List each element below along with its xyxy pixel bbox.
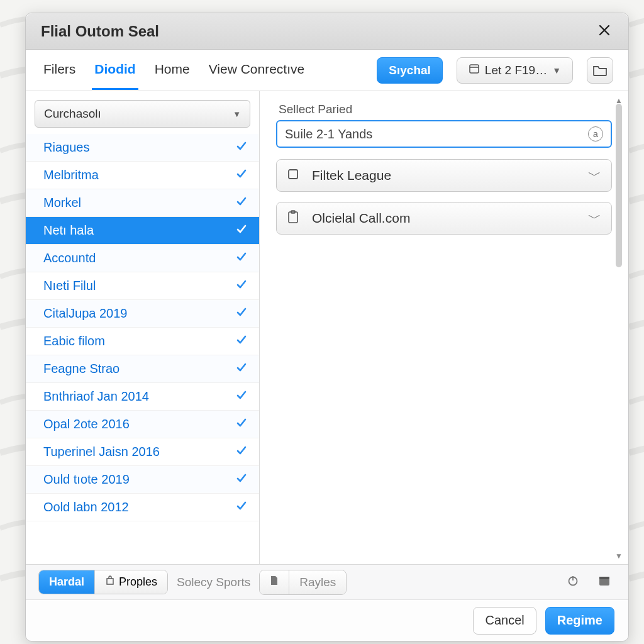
file-icon xyxy=(270,575,279,589)
folder-icon xyxy=(593,65,607,76)
scrollbar[interactable]: ▲ ▼ xyxy=(617,95,626,560)
list-item[interactable]: Accountd xyxy=(26,245,259,272)
chevron-down-icon: ﹀ xyxy=(588,167,601,184)
svg-rect-0 xyxy=(470,65,479,73)
tab-view-conrective[interactable]: View Conrectıve xyxy=(206,50,308,90)
list-item-label: Ould tıote 2019 xyxy=(43,472,130,487)
segment-1: Hardal Proples xyxy=(38,570,168,594)
list-item-label: Riagues xyxy=(43,140,89,155)
close-icon xyxy=(598,24,611,36)
list-item-label: Feagne Strao xyxy=(43,362,119,376)
list-item[interactable]: Eabic filom xyxy=(26,328,259,355)
dialog-titlebar: Flial Outom Seal xyxy=(26,13,628,50)
select-paried-label: Sellect Paried xyxy=(279,103,612,116)
check-icon xyxy=(235,472,248,487)
check-icon xyxy=(235,361,248,377)
list-item-label: Opal 2ote 2016 xyxy=(43,417,130,431)
list-item-label: Melbritma xyxy=(43,168,99,182)
check-icon xyxy=(235,306,248,321)
power-icon xyxy=(567,574,579,587)
list-item-label: Netı hala xyxy=(43,223,94,238)
list-item-label: Accountd xyxy=(43,251,96,265)
rayles-segment[interactable]: Rayles xyxy=(289,570,346,594)
sidebar: Curchasolı ▼ RiaguesMelbritmaMorkelNetı … xyxy=(26,91,260,564)
list-item[interactable]: Ould tıote 2019 xyxy=(26,466,259,494)
list-item-label: Morkel xyxy=(43,196,81,210)
dialog-title: Flial Outom Seal xyxy=(41,23,159,40)
rayles-label: Rayles xyxy=(299,575,336,589)
tab-filers[interactable]: Filers xyxy=(41,50,78,90)
check-icon xyxy=(235,250,248,266)
list-item[interactable]: CitalJupa 2019 xyxy=(26,300,259,328)
toolbar: Filers Diodid Home View Conrectıve Sıych… xyxy=(26,50,628,91)
file-segment[interactable] xyxy=(260,570,289,594)
list-item[interactable]: Feagne Strao xyxy=(26,355,259,383)
chevron-down-icon: ﹀ xyxy=(588,209,601,227)
chevron-down-icon: ▼ xyxy=(552,65,561,75)
square-icon xyxy=(287,168,302,184)
list-item[interactable]: Oold labn 2012 xyxy=(26,494,259,521)
category-dropdown[interactable]: Curchasolı ▼ xyxy=(35,100,250,128)
list-item[interactable]: Nıeti Filul xyxy=(26,272,259,300)
scroll-thumb[interactable] xyxy=(616,104,622,267)
search-input[interactable] xyxy=(285,127,588,142)
dialog-actions: Cancel Regime xyxy=(26,599,628,641)
check-icon xyxy=(235,167,248,183)
list-item-label: Eabic filom xyxy=(43,334,105,348)
check-icon xyxy=(235,389,248,404)
at-icon: a xyxy=(588,126,603,142)
list-item-label: CitalJupa 2019 xyxy=(43,306,127,321)
regime-button[interactable]: Regime xyxy=(545,607,614,635)
svg-rect-6 xyxy=(599,577,609,579)
olcielal-call-picker[interactable]: Olcielal Call.com ﹀ xyxy=(276,202,612,235)
list-item[interactable]: Tuperinel Jaisn 2016 xyxy=(26,438,259,466)
check-icon xyxy=(235,416,248,432)
check-icon xyxy=(235,223,248,238)
check-icon xyxy=(235,499,248,515)
chevron-down-icon: ▼ xyxy=(233,109,241,119)
cancel-button[interactable]: Cancel xyxy=(473,607,536,635)
list-item[interactable]: Morkel xyxy=(26,189,259,217)
list-item-label: Nıeti Filul xyxy=(43,279,96,293)
calendar-footer-button[interactable] xyxy=(593,571,616,594)
picker-label: Olcielal Call.com xyxy=(312,211,578,226)
clipboard-icon xyxy=(287,210,302,227)
list-item[interactable]: Bnthriaof Jan 2014 xyxy=(26,383,259,411)
date-range-label: Let 2 F19… xyxy=(485,64,547,77)
power-button[interactable] xyxy=(562,571,584,594)
filtek-league-picker[interactable]: Filtek League ﹀ xyxy=(276,159,612,192)
list-item[interactable]: Netı hala xyxy=(26,217,259,245)
calendar-icon xyxy=(469,63,480,77)
proples-label: Proples xyxy=(119,575,157,589)
search-field[interactable]: a xyxy=(276,120,612,148)
footer-toolbar: Hardal Proples Solecy Sports Rayles xyxy=(26,564,628,599)
sidebar-list[interactable]: RiaguesMelbritmaMorkelNetı halaAccountdN… xyxy=(26,134,259,564)
proples-segment[interactable]: Proples xyxy=(94,570,167,594)
tab-home[interactable]: Home xyxy=(152,50,192,90)
check-icon xyxy=(235,444,248,460)
solecy-sports-label: Solecy Sports xyxy=(177,575,250,589)
bag-icon xyxy=(105,575,115,589)
list-item-label: Tuperinel Jaisn 2016 xyxy=(43,445,160,459)
list-item[interactable]: Opal 2ote 2016 xyxy=(26,411,259,438)
list-item-label: Bnthriaof Jan 2014 xyxy=(43,389,149,404)
scroll-down-icon[interactable]: ▼ xyxy=(615,552,623,559)
folder-button[interactable] xyxy=(587,57,613,84)
dialog: Flial Outom Seal Filers Diodid Home View… xyxy=(25,13,629,641)
list-item[interactable]: Melbritma xyxy=(26,162,259,189)
tab-diodid[interactable]: Diodid xyxy=(92,50,138,90)
sychal-button[interactable]: Sıychal xyxy=(377,57,443,84)
check-icon xyxy=(235,195,248,211)
svg-rect-1 xyxy=(289,170,297,179)
dialog-body: Curchasolı ▼ RiaguesMelbritmaMorkelNetı … xyxy=(26,91,628,564)
check-icon xyxy=(235,278,248,294)
scroll-up-icon[interactable]: ▲ xyxy=(615,96,623,104)
close-button[interactable] xyxy=(593,20,616,43)
check-icon xyxy=(235,140,248,155)
list-item[interactable]: Riagues xyxy=(26,134,259,162)
category-dropdown-label: Curchasolı xyxy=(44,107,101,121)
segment-2: Rayles xyxy=(259,570,347,595)
picker-label: Filtek League xyxy=(312,168,578,183)
date-range-dropdown[interactable]: Let 2 F19… ▼ xyxy=(457,57,573,84)
hardal-segment[interactable]: Hardal xyxy=(39,570,94,594)
